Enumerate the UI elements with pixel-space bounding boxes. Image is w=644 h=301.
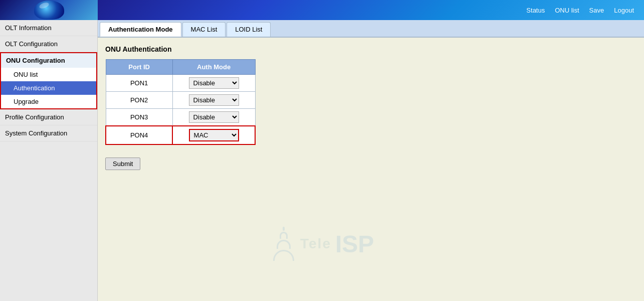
auth-mode-cell-pon1: DisableMACLOID	[172, 75, 255, 92]
auth-mode-cell-pon3: DisableMACLOID	[172, 109, 255, 126]
table-row: PON1DisableMACLOID	[106, 75, 255, 92]
port-id-pon4: PON4	[106, 126, 172, 144]
auth-table: Port ID Auth Mode PON1DisableMACLOIDPON2…	[105, 59, 256, 145]
table-row: PON3DisableMACLOID	[106, 109, 255, 126]
main-content: Authentication ModeMAC ListLOID List ONU…	[98, 20, 644, 178]
auth-mode-select-pon2[interactable]: DisableMACLOID	[189, 94, 239, 106]
sidebar-item-system-configuration[interactable]: System Configuration	[0, 125, 97, 141]
sidebar-item-onu-configuration[interactable]: ONU Configuration	[1, 53, 96, 68]
top-nav: StatusONU listSaveLogout	[526, 7, 634, 14]
submit-button[interactable]: Submit	[105, 158, 140, 170]
sidebar-item-onu-list[interactable]: ONU list	[1, 68, 96, 81]
auth-mode-cell-pon4: DisableMACLOID	[172, 126, 255, 144]
sidebar-item-olt-information[interactable]: OLT Information	[0, 20, 97, 36]
col-header-port: Port ID	[106, 60, 172, 75]
sidebar: OLT InformationOLT ConfigurationONU Conf…	[0, 20, 98, 301]
nav-onu-list[interactable]: ONU list	[555, 7, 579, 14]
top-header: StatusONU listSaveLogout	[0, 0, 644, 20]
watermark: Tele ISP	[273, 227, 374, 261]
onu-config-group: ONU ConfigurationONU listAuthenticationU…	[0, 52, 97, 109]
port-id-pon3: PON3	[106, 109, 172, 126]
sidebar-item-authentication[interactable]: Authentication	[1, 81, 96, 95]
watermark-isp: ISP	[335, 230, 374, 258]
content-area: ONU Authentication Port ID Auth Mode PON…	[98, 38, 644, 178]
port-id-pon2: PON2	[106, 92, 172, 109]
tab-auth-mode[interactable]: Authentication Mode	[100, 22, 181, 37]
sidebar-item-olt-configuration[interactable]: OLT Configuration	[0, 36, 97, 52]
table-row: PON2DisableMACLOID	[106, 92, 255, 109]
layout: OLT InformationOLT ConfigurationONU Conf…	[0, 20, 644, 301]
section-title: ONU Authentication	[105, 45, 636, 53]
nav-save[interactable]: Save	[589, 7, 604, 14]
col-header-mode: Auth Mode	[172, 60, 255, 75]
nav-logout[interactable]: Logout	[614, 7, 634, 14]
auth-mode-select-pon1[interactable]: DisableMACLOID	[189, 77, 239, 89]
auth-mode-select-pon4[interactable]: DisableMACLOID	[189, 129, 239, 141]
auth-mode-cell-pon2: DisableMACLOID	[172, 92, 255, 109]
tab-loid-list[interactable]: LOID List	[227, 22, 271, 37]
tab-mac-list[interactable]: MAC List	[182, 22, 226, 37]
logo-globe	[34, 1, 64, 20]
logo	[0, 0, 98, 20]
tabs-bar: Authentication ModeMAC ListLOID List	[98, 20, 644, 38]
table-row: PON4DisableMACLOID	[106, 126, 255, 144]
auth-mode-select-pon3[interactable]: DisableMACLOID	[189, 111, 239, 123]
watermark-text: Tele	[300, 236, 331, 252]
port-id-pon1: PON1	[106, 75, 172, 92]
nav-status[interactable]: Status	[526, 7, 545, 14]
sidebar-item-profile-configuration[interactable]: Profile Configuration	[0, 109, 97, 125]
sidebar-item-upgrade[interactable]: Upgrade	[1, 95, 96, 108]
